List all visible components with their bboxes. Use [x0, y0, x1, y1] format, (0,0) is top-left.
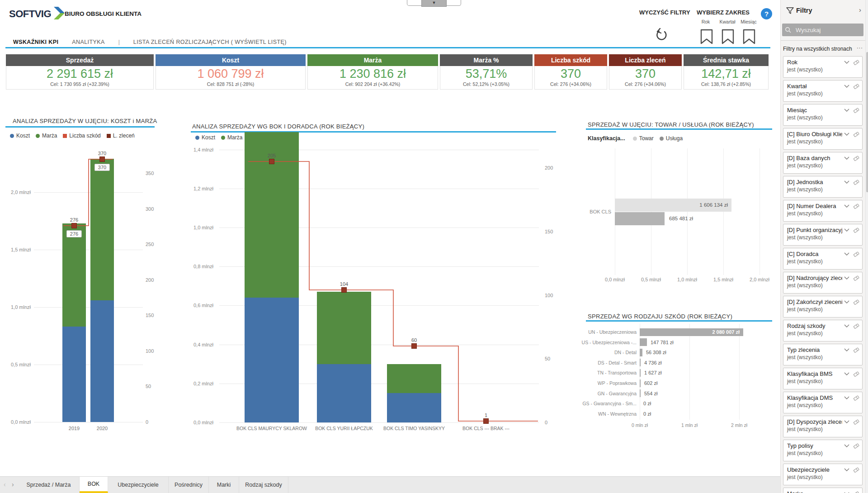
nav-tab-0[interactable]: WSKAŹNIKI KPI [13, 39, 58, 45]
line-marker[interactable] [71, 223, 77, 228]
page-tab-Pośrednicy[interactable]: Pośrednicy [169, 477, 209, 493]
undo-icon[interactable] [655, 28, 668, 44]
eraser-icon[interactable] [853, 491, 859, 493]
page-next-icon[interactable]: › [12, 481, 14, 488]
chevron-down-icon[interactable] [844, 61, 849, 64]
chevron-down-icon[interactable] [844, 276, 849, 280]
chevron-down-icon[interactable] [844, 444, 849, 448]
eraser-icon[interactable] [853, 251, 859, 257]
filter-card-[D] Nadzorujący zlece...[interactable]: [D] Nadzorujący zlece...jest (wszystko) [783, 272, 863, 294]
collapse-control[interactable]: ▼ [421, 0, 447, 7]
bar-6[interactable] [640, 389, 641, 397]
legend-item-Koszt[interactable]: Koszt [195, 134, 215, 141]
eraser-icon[interactable] [853, 156, 859, 161]
bookmark-icon-2[interactable] [742, 29, 756, 44]
bar-Usługa[interactable] [615, 212, 665, 225]
filter-card-[D] Dyspozycja zlecenia[interactable]: [D] Dyspozycja zleceniajest (wszystko) [783, 416, 863, 437]
chevron-down-icon[interactable] [844, 109, 849, 112]
kpi-card-Marża %[interactable]: Marża %53,71%Cel: 52,12% (+3.05%) [440, 54, 533, 90]
chevron-down-icon[interactable] [844, 180, 849, 184]
legend-item-Marża[interactable]: Marża [36, 133, 57, 139]
filter-search-input[interactable] [795, 23, 861, 37]
bookmark-icon-1[interactable] [721, 29, 735, 44]
filter-card-Ubezpieczyciele[interactable]: Ubezpieczycielejest (wszystko) [783, 464, 863, 485]
page-tab-Marki[interactable]: Marki [209, 477, 239, 493]
chevron-down-icon[interactable] [844, 228, 849, 232]
bar-1[interactable] [640, 338, 647, 346]
filter-card-Klasyfikacja DMS[interactable]: Klasyfikacja DMSjest (wszystko) [783, 392, 863, 413]
page-tab-Sprzedaż / Marża[interactable]: Sprzedaż / Marża [18, 477, 80, 493]
eraser-icon[interactable] [853, 419, 859, 425]
filter-card-[D] Zakończył zlecenie[interactable]: [D] Zakończył zleceniejest (wszystko) [783, 296, 863, 318]
chevron-down-icon[interactable] [844, 324, 849, 328]
eraser-icon[interactable] [853, 180, 859, 185]
eraser-icon[interactable] [853, 395, 859, 401]
eraser-icon[interactable] [853, 204, 859, 209]
eraser-icon[interactable] [853, 323, 859, 329]
kpi-card-Liczba zleceń[interactable]: Liczba zleceń370Cel: 276 (+34.06%) [609, 54, 682, 90]
kpi-card-Marża[interactable]: Marża1 230 816 złCel: 902 204 zł (+36.42… [307, 54, 438, 90]
legend-item-Usługa[interactable]: Usługa [660, 135, 683, 142]
eraser-icon[interactable] [853, 275, 859, 281]
legend-item-Koszt[interactable]: Koszt [10, 133, 30, 139]
filters-scrollbar-track[interactable] [865, 0, 868, 493]
page-tab-Ubezpieczyciele[interactable]: Ubezpieczyciele [108, 477, 169, 493]
filters-collapse-icon[interactable]: › [859, 6, 861, 14]
page-tab-BOK[interactable]: BOK [80, 477, 108, 493]
page-prev-icon[interactable]: ‹ [4, 481, 6, 488]
filter-card-[C] Biuro Obsługi Klie...[interactable]: [C] Biuro Obsługi Klie...jest (wszystko) [783, 128, 863, 150]
chevron-down-icon[interactable] [844, 468, 849, 472]
filter-card-Miesiąc[interactable]: Miesiącjest (wszystko) [783, 104, 863, 126]
chevron-down-icon[interactable] [844, 156, 849, 160]
legend-item-Liczba szkód[interactable]: Liczba szkód [63, 133, 100, 139]
kpi-card-Sprzedaż[interactable]: Sprzedaż2 291 615 złCel: 1 730 955 zł (+… [6, 54, 154, 90]
chevron-down-icon[interactable] [844, 396, 849, 400]
nav-tab-1[interactable]: ANALITYKA [72, 39, 104, 45]
eraser-icon[interactable] [853, 371, 859, 377]
filter-card-[D] Numer Dealera[interactable]: [D] Numer Dealerajest (wszystko) [783, 200, 863, 222]
chevron-down-icon[interactable] [844, 204, 849, 208]
eraser-icon[interactable] [853, 132, 859, 137]
chevron-down-icon[interactable] [844, 348, 849, 352]
help-button[interactable]: ? [761, 8, 772, 19]
eraser-icon[interactable] [853, 443, 859, 449]
filter-card-[D] Jednostka[interactable]: [D] Jednostkajest (wszystko) [783, 176, 863, 198]
bookmark-icon-0[interactable] [700, 29, 713, 44]
bar-5[interactable] [640, 379, 641, 387]
eraser-icon[interactable] [853, 299, 859, 305]
filter-card-[D] Punkt organizacyjny[interactable]: [D] Punkt organizacyjnyjest (wszystko) [783, 224, 863, 246]
bar-2[interactable] [640, 349, 642, 356]
line-marker[interactable] [483, 418, 489, 424]
bar-3[interactable] [640, 359, 641, 366]
chevron-down-icon[interactable] [844, 372, 849, 376]
filter-card-Kwartał[interactable]: Kwartałjest (wszystko) [783, 80, 863, 102]
kpi-card-Koszt[interactable]: Koszt1 060 799 złCel: 828 751 zł (-28%) [156, 54, 306, 90]
nav-tab-2[interactable]: LISTA ZLECEŃ ROZLICZAJĄCYCH ( WYŚWIETL L… [133, 39, 287, 45]
filter-card-Typ zlecenia[interactable]: Typ zleceniajest (wszystko) [783, 344, 863, 365]
filter-search-box[interactable] [782, 24, 863, 36]
filter-card-Rok[interactable]: Rokjest (wszystko) [783, 56, 863, 78]
chevron-down-icon[interactable] [844, 420, 849, 424]
clear-filters-button[interactable]: WYCZYŚĆ FILTRY [639, 9, 690, 16]
filter-card-[D] Baza danych[interactable]: [D] Baza danychjest (wszystko) [783, 152, 863, 174]
page-tab-Rodzaj szkody[interactable]: Rodzaj szkody [239, 477, 288, 493]
filter-card-Typ polisy[interactable]: Typ polisyjest (wszystko) [783, 440, 863, 461]
eraser-icon[interactable] [853, 108, 859, 113]
legend-item-Marża[interactable]: Marża [221, 134, 242, 141]
bar-4[interactable] [640, 369, 641, 377]
filter-card-[C] Doradca[interactable]: [C] Doradcajest (wszystko) [783, 248, 863, 270]
filter-card-Rodzaj szkody[interactable]: Rodzaj szkodyjest (wszystko) [783, 320, 863, 341]
filter-card-Klasyfikacja BMS[interactable]: Klasyfikacja BMSjest (wszystko) [783, 368, 863, 389]
line-marker[interactable] [99, 156, 105, 162]
line-marker[interactable] [269, 159, 274, 164]
eraser-icon[interactable] [853, 467, 859, 473]
chevron-down-icon[interactable] [844, 300, 849, 304]
kpi-card-Liczba szkód[interactable]: Liczba szkód370Cel: 276 (+34.06%) [534, 54, 607, 90]
legend-item-Towar[interactable]: Towar [633, 135, 654, 142]
chevron-down-icon[interactable] [844, 133, 849, 136]
filter-card-Marka[interactable]: Markajest (wszystko) [783, 488, 863, 493]
legend-item-L. zleceń[interactable]: L. zleceń [107, 133, 135, 139]
kpi-card-Średnia stawka[interactable]: Średnia stawka142,71 złCel: 138,76 zł (+… [684, 54, 769, 90]
eraser-icon[interactable] [853, 84, 859, 89]
eraser-icon[interactable] [853, 228, 859, 233]
